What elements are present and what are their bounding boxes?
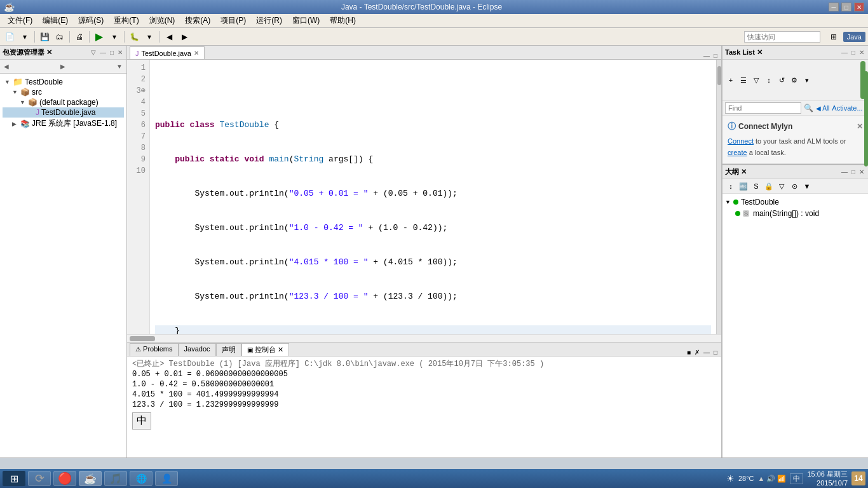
tab-maximize-button[interactable]: □ <box>712 52 719 59</box>
task-minimize-button[interactable]: — <box>840 49 849 56</box>
tray-icon-1[interactable]: ▲ <box>758 475 765 483</box>
new-button[interactable]: 📄 <box>3 30 17 44</box>
tree-item-testdouble-java[interactable]: J TestDouble.java <box>3 107 124 118</box>
menu-source[interactable]: 源码(S) <box>73 14 109 27</box>
outline-arrow-class: ▼ <box>725 199 731 205</box>
panel-minimize-button[interactable]: — <box>98 49 107 56</box>
outline-minimize-button[interactable]: — <box>840 168 849 175</box>
code-content[interactable]: public class TestDouble { public static … <box>150 60 716 334</box>
editor-scrollbar[interactable] <box>716 60 721 334</box>
menu-window[interactable]: 窗口(W) <box>287 14 325 27</box>
taskbar-icon-5: 🌐 <box>136 473 147 484</box>
editor-tab-testdouble[interactable]: J TestDouble.java ✕ <box>130 46 205 59</box>
code-line-3: public static void main(String args[]) { <box>155 154 711 165</box>
ime-toggle-button[interactable]: 中 <box>132 412 151 430</box>
tree-item-jre[interactable]: ▶ 📚 JRE 系统库 [JavaSE-1.8] <box>3 118 124 130</box>
pkg-dropdown-button[interactable]: ▼ <box>115 63 124 70</box>
task-find-input[interactable] <box>725 102 801 114</box>
mylyn-create-link[interactable]: create <box>728 149 747 156</box>
tab-console[interactable]: ▣ 控制台 ✕ <box>241 343 289 356</box>
taskbar-item-4[interactable]: 🎵 <box>104 471 127 486</box>
menu-help[interactable]: 帮助(H) <box>325 14 361 27</box>
task-maximize-button[interactable]: □ <box>850 49 857 56</box>
outline-sort-button[interactable]: ↕ <box>725 180 736 192</box>
menu-run[interactable]: 运行(R) <box>251 14 287 27</box>
outline-item-class[interactable]: ▼ TestDouble <box>725 196 865 208</box>
tree-item-src[interactable]: ▼ 📦 src <box>3 87 124 97</box>
close-button[interactable]: ✕ <box>854 3 864 11</box>
panel-close-button[interactable]: ✕ <box>116 49 124 56</box>
task-more-button[interactable]: ▾ <box>801 74 813 86</box>
outline-sync-button[interactable]: ⊙ <box>789 180 800 192</box>
tab-problems[interactable]: ⚠ Problems <box>130 343 179 356</box>
debug-button[interactable]: 🐛 <box>127 30 141 44</box>
tray-icon-2[interactable]: 🔊 <box>766 475 775 483</box>
maximize-button[interactable]: □ <box>841 3 851 11</box>
code-editor[interactable]: 1 2 3⊕ 4 5 6 7 8 9 10 public class TestD… <box>127 60 721 334</box>
outline-maximize-button[interactable]: □ <box>850 168 857 175</box>
perspective-button[interactable]: ⊞ <box>827 30 841 44</box>
task-add-button[interactable]: + <box>725 74 736 86</box>
tab-javadoc[interactable]: Javadoc <box>179 343 216 356</box>
ime-label[interactable]: 中 <box>790 473 803 484</box>
pkg-forward-button[interactable]: ▶ <box>59 63 67 70</box>
task-list-button[interactable]: ☰ <box>738 74 749 86</box>
taskbar-item-3[interactable]: ☕ <box>79 471 102 486</box>
task-close-button[interactable]: ✕ <box>858 49 865 56</box>
all-filter-button[interactable]: ◀ All <box>816 105 829 112</box>
back-button[interactable]: ◀ <box>162 30 176 44</box>
outline-hide-fields-button[interactable]: 🔤 <box>738 180 749 192</box>
print-button[interactable]: 🖨 <box>72 30 86 44</box>
console-output-area: <已终止> TestDouble (1) [Java 应用程序] C:\jdk … <box>127 356 721 469</box>
console-clear-button[interactable]: ✗ <box>693 349 701 356</box>
outline-filter-button[interactable]: ▽ <box>776 180 787 192</box>
menu-file[interactable]: 文件(F) <box>3 14 37 27</box>
task-sync-button[interactable]: ↺ <box>776 74 787 86</box>
mylyn-close-button[interactable]: ✕ <box>857 122 863 131</box>
taskbar-item-1[interactable]: ⟳ <box>28 471 51 486</box>
activate-button[interactable]: Activate... <box>832 104 862 112</box>
quick-access-input[interactable] <box>744 31 820 43</box>
menu-navigate[interactable]: 浏览(N) <box>144 14 180 27</box>
outline-more-button[interactable]: ▼ <box>801 180 813 192</box>
console-minimize-button[interactable]: — <box>702 349 711 356</box>
run-button[interactable]: ▶ <box>92 30 106 44</box>
new-dropdown[interactable]: ▾ <box>18 30 32 44</box>
run-dropdown[interactable]: ▾ <box>107 30 121 44</box>
outline-close-button[interactable]: ✕ <box>858 168 865 175</box>
outline-item-main[interactable]: S main(String[]) : void <box>725 208 865 219</box>
pkg-back-button[interactable]: ◀ <box>3 63 10 70</box>
tab-close-button[interactable]: ✕ <box>194 50 199 57</box>
outline-hide-static-button[interactable]: S <box>750 180 762 192</box>
tree-item-default-pkg[interactable]: ▼ 📦 (default package) <box>3 97 124 107</box>
taskbar-item-6[interactable]: 👤 <box>155 471 178 486</box>
mylyn-connect-link[interactable]: Connect <box>728 137 754 145</box>
minimize-button[interactable]: ─ <box>829 3 839 11</box>
task-sort-button[interactable]: ↕ <box>763 74 775 86</box>
console-output-line-4: 123.3 / 100 = 1.2329999999999999 <box>132 400 716 410</box>
taskbar-item-2[interactable]: 🔴 <box>53 471 76 486</box>
debug-dropdown[interactable]: ▾ <box>142 30 156 44</box>
save-button[interactable]: 💾 <box>37 30 51 44</box>
tab-declaration[interactable]: 声明 <box>216 343 241 356</box>
menu-search[interactable]: 搜索(A) <box>180 14 215 27</box>
task-settings-button[interactable]: ⚙ <box>789 74 800 86</box>
outline-hide-nonpublic-button[interactable]: 🔒 <box>763 180 775 192</box>
taskbar-item-5[interactable]: 🌐 <box>130 471 153 486</box>
console-terminate-button[interactable]: ■ <box>686 349 692 356</box>
save-all-button[interactable]: 🗂 <box>53 30 67 44</box>
scroll-thumb <box>717 66 721 85</box>
forward-button[interactable]: ▶ <box>177 30 191 44</box>
menu-refactor[interactable]: 重构(T) <box>109 14 144 27</box>
menu-project[interactable]: 项目(P) <box>215 14 251 27</box>
collapse-all-button[interactable]: ▽ <box>90 49 97 56</box>
horizontal-scrollbar[interactable] <box>127 334 721 342</box>
console-maximize-button[interactable]: □ <box>712 349 719 356</box>
task-filter-button[interactable]: ▽ <box>750 74 762 86</box>
panel-maximize-button[interactable]: □ <box>109 49 115 56</box>
menu-edit[interactable]: 编辑(E) <box>37 14 73 27</box>
tab-minimize-button[interactable]: — <box>702 52 711 59</box>
tree-item-testdouble[interactable]: ▼ 📁 TestDouble <box>3 76 124 87</box>
tray-icon-3[interactable]: 📶 <box>777 475 786 483</box>
start-button[interactable]: ⊞ <box>3 471 25 486</box>
